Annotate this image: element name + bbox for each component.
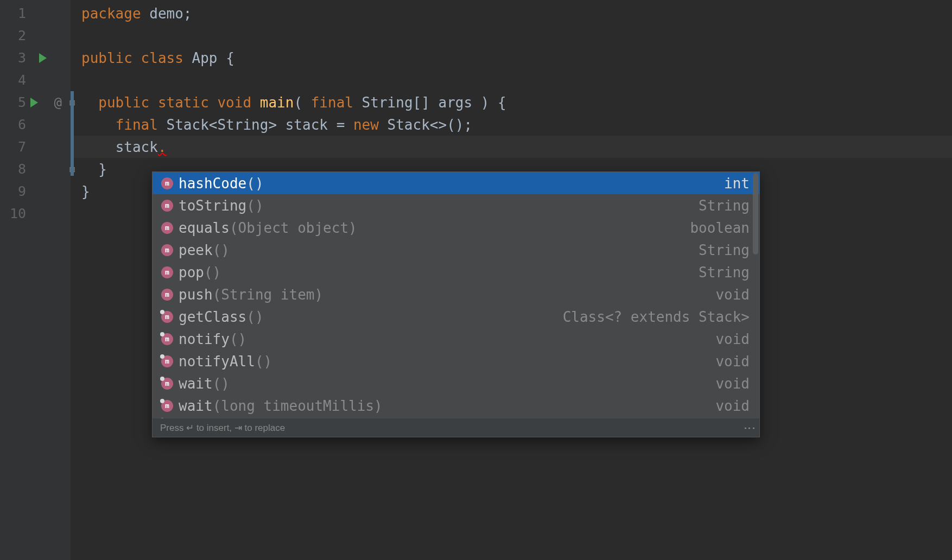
completion-return-type: Class<? extends Stack> bbox=[563, 309, 750, 325]
completion-name: notify bbox=[179, 331, 230, 347]
completion-name: peek bbox=[179, 242, 213, 258]
completion-return-type: String bbox=[699, 198, 750, 214]
gutter-line-1[interactable]: 1 bbox=[0, 2, 71, 24]
code-line-3[interactable]: public class App { bbox=[81, 47, 952, 69]
method-icon: m bbox=[161, 244, 173, 256]
completion-item[interactable]: mgetClass()Class<? extends Stack> bbox=[153, 306, 759, 328]
run-icon[interactable] bbox=[39, 53, 47, 63]
completion-return-type: String bbox=[699, 264, 750, 281]
completion-return-type: void bbox=[715, 331, 750, 347]
code-line-1[interactable]: package demo; bbox=[81, 2, 952, 24]
override-icon[interactable]: @ bbox=[54, 95, 62, 110]
scrollbar[interactable] bbox=[753, 173, 758, 254]
gutter-line-2[interactable]: 2 bbox=[0, 24, 71, 47]
method-icon: m bbox=[161, 222, 173, 234]
completion-name: wait bbox=[179, 376, 213, 392]
completion-name: push bbox=[179, 287, 213, 303]
code-line-5[interactable]: public static void main( final String[] … bbox=[81, 91, 952, 113]
method-icon: m bbox=[161, 333, 173, 345]
method-icon: m bbox=[161, 177, 173, 189]
completion-list[interactable]: mhashCode()intmtoString()Stringmequals(O… bbox=[153, 172, 759, 418]
completion-params: () bbox=[204, 264, 221, 281]
completion-item[interactable]: mnotifyAll()void bbox=[153, 350, 759, 372]
more-icon[interactable]: ⋮ bbox=[747, 422, 752, 434]
completion-name: wait bbox=[179, 417, 213, 418]
method-icon: m bbox=[161, 311, 173, 323]
completion-item[interactable]: mpop()String bbox=[153, 261, 759, 283]
completion-item[interactable]: mpeek()String bbox=[153, 239, 759, 261]
method-icon: m bbox=[161, 289, 173, 301]
completion-name: wait bbox=[179, 398, 213, 414]
completion-popup: mhashCode()intmtoString()Stringmequals(O… bbox=[152, 171, 760, 437]
completion-name: notifyAll bbox=[179, 353, 255, 370]
completion-params: () bbox=[246, 309, 263, 325]
completion-params: (Object object) bbox=[230, 220, 357, 236]
completion-return-type: void bbox=[715, 353, 750, 370]
method-icon: m bbox=[161, 200, 173, 212]
code-line-2[interactable] bbox=[81, 24, 952, 47]
method-icon: m bbox=[161, 266, 173, 278]
gutter-line-3[interactable]: 3 bbox=[0, 47, 71, 69]
completion-item[interactable]: mequals(Object object)boolean bbox=[153, 217, 759, 239]
completion-item[interactable]: mhashCode()int bbox=[153, 172, 759, 194]
code-line-7[interactable]: stack. bbox=[71, 136, 952, 158]
completion-params: () bbox=[246, 175, 263, 192]
completion-params: (String item) bbox=[213, 287, 323, 303]
completion-params: () bbox=[213, 376, 230, 392]
completion-params: () bbox=[246, 198, 263, 214]
gutter: 1 2 3 4 5 @ ⊟ 6 7 8 ⊟ 9 10 bbox=[0, 0, 71, 560]
completion-name: toString bbox=[179, 198, 246, 214]
completion-return-type: void bbox=[715, 417, 750, 418]
completion-params: (long timeoutMillis, int nanos) bbox=[213, 417, 476, 418]
gutter-line-7[interactable]: 7 bbox=[0, 136, 71, 158]
completion-params: () bbox=[213, 242, 230, 258]
completion-name: getClass bbox=[179, 309, 246, 325]
completion-return-type: int bbox=[724, 175, 750, 192]
method-icon: m bbox=[161, 400, 173, 412]
completion-return-type: boolean bbox=[690, 220, 750, 236]
completion-return-type: void bbox=[715, 287, 750, 303]
completion-name: pop bbox=[179, 264, 204, 281]
gutter-line-9[interactable]: 9 bbox=[0, 180, 71, 202]
completion-item[interactable]: mpush(String item)void bbox=[153, 283, 759, 306]
completion-return-type: void bbox=[715, 398, 750, 414]
code-line-4[interactable] bbox=[81, 69, 952, 91]
completion-item[interactable]: mwait()void bbox=[153, 372, 759, 394]
method-icon: m bbox=[161, 378, 173, 390]
completion-params: (long timeoutMillis) bbox=[213, 398, 383, 414]
completion-params: () bbox=[255, 353, 272, 370]
completion-params: () bbox=[230, 331, 246, 347]
gutter-line-10[interactable]: 10 bbox=[0, 202, 71, 225]
completion-return-type: String bbox=[699, 242, 750, 258]
completion-item[interactable]: mwait(long timeoutMillis)void bbox=[153, 394, 759, 417]
gutter-line-8[interactable]: 8 ⊟ bbox=[0, 158, 71, 180]
method-icon: m bbox=[161, 355, 173, 367]
run-icon[interactable] bbox=[30, 98, 38, 107]
completion-name: equals bbox=[179, 220, 230, 236]
gutter-line-5[interactable]: 5 @ ⊟ bbox=[0, 91, 71, 113]
gutter-line-6[interactable]: 6 bbox=[0, 113, 71, 136]
gutter-line-4[interactable]: 4 bbox=[0, 69, 71, 91]
error-squiggle: . bbox=[158, 139, 167, 155]
edit-strip bbox=[71, 91, 74, 176]
completion-return-type: void bbox=[715, 376, 750, 392]
completion-item[interactable]: mwait(long timeoutMillis, int nanos)void bbox=[153, 417, 759, 418]
completion-footer: Press ↵ to insert, ⇥ to replace ⋮ bbox=[153, 418, 759, 437]
completion-item[interactable]: mtoString()String bbox=[153, 194, 759, 217]
completion-item[interactable]: mnotify()void bbox=[153, 328, 759, 350]
code-line-6[interactable]: final Stack<String> stack = new Stack<>(… bbox=[81, 113, 952, 136]
completion-hint: Press ↵ to insert, ⇥ to replace bbox=[160, 422, 285, 434]
completion-name: hashCode bbox=[179, 175, 246, 192]
